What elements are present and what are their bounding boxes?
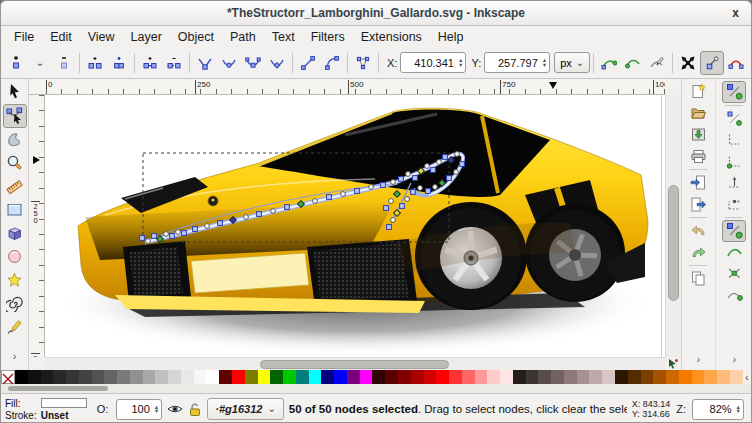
unit-dropdown[interactable]: px⌄ — [554, 52, 590, 73]
commands-more-button[interactable]: › — [686, 349, 710, 371]
insert-node-button[interactable] — [4, 51, 28, 75]
new-document-button[interactable] — [686, 81, 710, 103]
spinner-arrows-icon[interactable]: ▲▼ — [542, 58, 547, 67]
palette-swatch[interactable] — [551, 370, 564, 384]
palette-swatch[interactable] — [385, 370, 398, 384]
snap-bbox-edges-button[interactable] — [722, 129, 746, 151]
palette-swatch[interactable] — [500, 370, 513, 384]
palette-swatch[interactable] — [589, 370, 602, 384]
palette-swatch[interactable] — [53, 370, 66, 384]
object-to-path-button[interactable] — [351, 51, 375, 75]
palette-swatch[interactable] — [296, 370, 309, 384]
vertical-scrollbar[interactable] — [665, 95, 681, 357]
undo-button[interactable] — [686, 220, 710, 242]
palette-swatch[interactable] — [475, 370, 488, 384]
palette-swatch[interactable] — [487, 370, 500, 384]
show-bezier-handles-button[interactable] — [700, 51, 724, 75]
horizontal-scrollbar[interactable] — [45, 357, 665, 370]
node-smooth-button[interactable] — [217, 51, 241, 75]
toolbox-more-button[interactable]: › — [3, 345, 27, 369]
import-button[interactable] — [686, 172, 710, 194]
palette-swatch[interactable] — [79, 370, 92, 384]
palette-swatch[interactable] — [704, 370, 717, 384]
palette-swatch[interactable] — [15, 370, 28, 384]
palette-swatch[interactable] — [411, 370, 424, 384]
palette-swatch[interactable] — [270, 370, 283, 384]
zoom-input[interactable]: 82%▲▼ — [692, 399, 744, 420]
palette-swatch[interactable] — [730, 370, 743, 384]
palette-swatch[interactable] — [666, 370, 679, 384]
vertical-ruler[interactable]: 250 500 — [29, 95, 45, 357]
tweak-tool[interactable] — [3, 128, 27, 152]
palette-swatch[interactable] — [564, 370, 577, 384]
ellipse-tool[interactable] — [3, 245, 27, 269]
show-path-outline-button[interactable] — [724, 51, 748, 75]
node-auto-button[interactable] — [265, 51, 289, 75]
layer-lock-icon[interactable] — [188, 402, 202, 417]
vertical-scrollbar-thumb[interactable] — [668, 185, 679, 301]
palette-swatch[interactable] — [41, 370, 54, 384]
menu-item-text[interactable]: Text — [264, 28, 303, 46]
horizontal-scrollbar-thumb[interactable] — [260, 360, 449, 369]
palette-scrollbar-thumb[interactable] — [8, 386, 108, 391]
snap-cusp-nodes-button[interactable] — [722, 285, 746, 307]
palette-swatch[interactable] — [602, 370, 615, 384]
enable-snapping-button[interactable] — [722, 81, 746, 103]
palette-swatch[interactable] — [653, 370, 666, 384]
menu-item-layer[interactable]: Layer — [123, 28, 170, 46]
node-symmetric-button[interactable] — [241, 51, 265, 75]
menu-item-file[interactable]: File — [6, 28, 42, 46]
insert-node-dropdown[interactable]: ⌄ — [28, 51, 52, 75]
palette-swatch[interactable] — [462, 370, 475, 384]
close-button[interactable]: x — [732, 6, 739, 20]
menu-item-object[interactable]: Object — [170, 28, 222, 46]
palette-swatch[interactable] — [181, 370, 194, 384]
menu-item-edit[interactable]: Edit — [42, 28, 80, 46]
duplicate-button[interactable] — [686, 268, 710, 290]
snap-paths-button[interactable] — [722, 242, 746, 264]
selector-tool[interactable] — [3, 80, 27, 104]
delete-segment-button[interactable] — [162, 51, 186, 75]
snap-bbox-centers-button[interactable] — [722, 194, 746, 216]
palette-swatch[interactable] — [641, 370, 654, 384]
segment-to-curve-button[interactable] — [320, 51, 344, 75]
palette-swatch[interactable] — [309, 370, 322, 384]
segment-to-line-button[interactable] — [296, 51, 320, 75]
snap-bbox-midpoints-button[interactable] — [722, 172, 746, 194]
edit-clipping-path-button[interactable] — [597, 51, 621, 75]
snap-bbox-button[interactable] — [722, 108, 746, 130]
palette-swatch[interactable] — [194, 370, 207, 384]
opacity-input[interactable]: 100▲▼ — [116, 399, 162, 420]
palette-swatch[interactable] — [360, 370, 373, 384]
horizontal-ruler[interactable]: 0 250 500 750 100 — [45, 79, 665, 95]
canvas[interactable] — [45, 95, 665, 357]
y-coordinate-input[interactable]: 257.797▲▼ — [484, 52, 550, 73]
open-document-button[interactable] — [686, 103, 710, 125]
no-color-swatch[interactable] — [1, 370, 15, 384]
node-corner-button[interactable] — [193, 51, 217, 75]
3dbox-tool[interactable] — [3, 222, 27, 246]
save-document-button[interactable] — [686, 124, 710, 146]
snap-nodes-button[interactable] — [722, 220, 746, 242]
show-transform-handles-button[interactable] — [676, 51, 700, 75]
redo-button[interactable] — [686, 242, 710, 264]
palette-swatch[interactable] — [398, 370, 411, 384]
rectangle-tool[interactable] — [3, 198, 27, 222]
palette-swatch[interactable] — [283, 370, 296, 384]
fill-swatch[interactable] — [41, 398, 87, 408]
palette-swatch[interactable] — [206, 370, 219, 384]
spinner-arrows-icon[interactable]: ▲▼ — [154, 405, 159, 414]
palette-swatch[interactable] — [92, 370, 105, 384]
palette-swatch[interactable] — [334, 370, 347, 384]
edit-mask-button[interactable] — [621, 51, 645, 75]
menu-item-extensions[interactable]: Extensions — [353, 28, 430, 46]
palette-swatch[interactable] — [321, 370, 334, 384]
palette-swatch[interactable] — [526, 370, 539, 384]
title-bar[interactable]: *TheStructorr_Lamborghini_Gallardo.svg -… — [1, 1, 751, 26]
layer-visibility-icon[interactable] — [167, 402, 183, 416]
x-coordinate-input[interactable]: 410.341▲▼ — [400, 52, 466, 73]
pencil-tool[interactable] — [3, 316, 27, 340]
palette-swatch[interactable] — [258, 370, 271, 384]
palette-swatch[interactable] — [232, 370, 245, 384]
snap-intersections-button[interactable] — [722, 263, 746, 285]
